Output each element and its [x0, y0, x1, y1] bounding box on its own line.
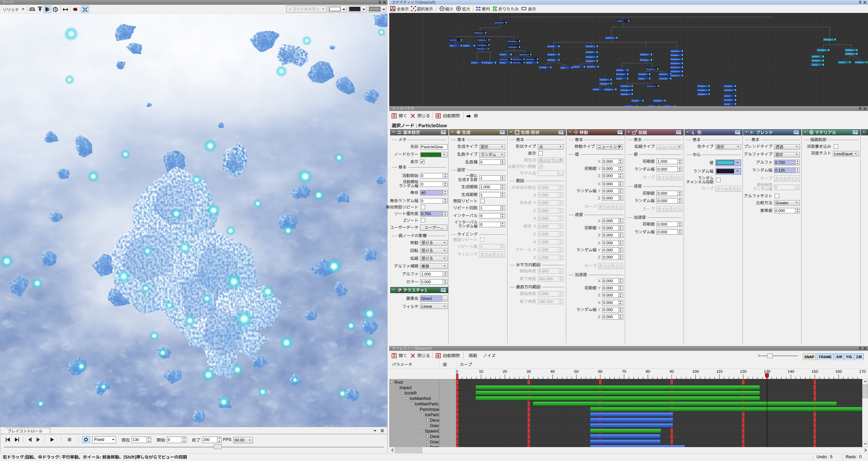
svg-text:RotationSpe: RotationSpe	[671, 58, 680, 60]
svg-text:IceParts1: IceParts1	[616, 69, 624, 71]
svg-text:IceFogSpaw: IceFogSpaw	[698, 89, 707, 91]
svg-text:Gravity: Gravity	[430, 440, 439, 444]
svg-text:FogSpawnC: FogSpawnC	[478, 39, 487, 41]
svg-text:RotationAll: RotationAll	[671, 54, 679, 56]
svg-text:IceCoreA: IceCoreA	[548, 45, 555, 47]
svg-text:PartSpawnF: PartSpawnF	[698, 85, 707, 87]
svg-text:FogSpawnN: FogSpawnN	[846, 53, 855, 55]
svg-text:IceMainCor: IceMainCor	[548, 54, 556, 56]
svg-text:IcePartsMov: IcePartsMov	[724, 89, 734, 91]
svg-text:SpawnCount: SpawnCount	[519, 54, 529, 56]
svg-text:FogSpawnC: FogSpawnC	[600, 79, 609, 81]
svg-text:ParticleMai: ParticleMai	[659, 78, 668, 80]
svg-text:IceMovemen: IceMovemen	[474, 32, 484, 34]
svg-text:IceFog: IceFog	[593, 89, 598, 91]
svg-text:SpawnRotat: SpawnRotat	[495, 22, 504, 24]
svg-text:IceParts1: IceParts1	[425, 412, 439, 417]
svg-text:GreenFogSp: GreenFogSp	[621, 85, 631, 87]
svg-text:IceParts2: IceParts2	[812, 56, 819, 58]
svg-text:FogSpawnN: FogSpawnN	[621, 93, 630, 95]
svg-text:AuraNull: AuraNull	[450, 39, 456, 41]
svg-text:Gravity: Gravity	[500, 62, 505, 64]
svg-text:MovementR: MovementR	[671, 71, 680, 73]
svg-text:IcicleR: IcicleR	[405, 391, 417, 396]
svg-text:FogSpawnC: FogSpawnC	[846, 49, 855, 51]
svg-text:Gravity: Gravity	[616, 78, 622, 80]
svg-text:Gravity: Gravity	[724, 103, 730, 105]
svg-text:IceCoreFog: IceCoreFog	[586, 45, 595, 47]
svg-text:IceFogGlow: IceFogGlow	[855, 61, 865, 63]
svg-text:IceMainCor: IceMainCor	[586, 51, 595, 53]
svg-text:PartsImpact: PartsImpact	[420, 407, 439, 412]
svg-text:IceParts: IceParts	[500, 54, 506, 56]
svg-text:Glow: Glow	[561, 67, 565, 69]
svg-text:IceFogGlow: IceFogGlow	[587, 66, 596, 68]
svg-text:RotationRan: RotationRan	[671, 62, 680, 64]
svg-text:FogSpawnN: FogSpawnN	[600, 83, 609, 85]
svg-text:SpawnCoun: SpawnCoun	[646, 68, 655, 70]
svg-text:Root: Root	[394, 380, 403, 385]
svg-text:AuraNull2: AuraNull2	[632, 100, 639, 102]
svg-text:Decelera: Decelera	[430, 418, 439, 423]
svg-text:IceFogGlow: IceFogGlow	[605, 89, 614, 91]
svg-text:FogSpawnC: FogSpawnC	[586, 56, 595, 58]
svg-text:ParticleMai: ParticleMai	[513, 62, 521, 64]
svg-text:IceFogSpaw: IceFogSpaw	[621, 89, 630, 91]
svg-text:FogSpawnN: FogSpawnN	[654, 100, 663, 102]
svg-text:IceFog: IceFog	[839, 61, 844, 63]
svg-text:Deceleratio: Deceleratio	[638, 73, 647, 75]
svg-text:Deceleratio: Deceleratio	[616, 73, 625, 75]
svg-text:Deceleratio: Deceleratio	[724, 99, 733, 101]
svg-text:Aura: Aura	[450, 45, 454, 47]
svg-text:Gravity: Gravity	[812, 64, 817, 66]
svg-text:MovementA: MovementA	[671, 66, 680, 69]
svg-text:IcePartsNull: IcePartsNull	[671, 50, 680, 52]
svg-text:IceFog: IceFog	[471, 62, 477, 64]
svg-text:IceFogGlow: IceFogGlow	[484, 62, 493, 64]
svg-text:PartsImpact: PartsImpact	[640, 59, 649, 61]
svg-text:SpawnCoun: SpawnCoun	[647, 85, 656, 87]
svg-text:ParticleGlo: ParticleGlo	[659, 73, 668, 75]
svg-text:ParticleGlow: ParticleGlow	[513, 58, 522, 60]
svg-text:FogSpawnN: FogSpawnN	[586, 60, 595, 62]
svg-text:IcicleGlow: IcicleGlow	[548, 59, 555, 61]
svg-text:SpawnCour: SpawnCour	[425, 429, 439, 434]
svg-text:Deceleratio: Deceleratio	[812, 60, 821, 62]
svg-text:Gravity: Gravity	[430, 423, 439, 428]
svg-text:Impact: Impact	[399, 385, 412, 390]
svg-text:Gravity: Gravity	[638, 78, 644, 80]
svg-text:IcicleR: IcicleR	[617, 20, 623, 22]
svg-text:PartsSpawn: PartsSpawn	[724, 85, 733, 87]
svg-text:FogSpawnN: FogSpawnN	[698, 93, 707, 95]
svg-text:Decelera: Decelera	[430, 434, 439, 439]
svg-text:IcePartsMov: IcePartsMov	[508, 46, 518, 48]
svg-text:IceMainNull: IceMainNull	[410, 396, 431, 401]
svg-text:PartsSpawn: PartsSpawn	[824, 39, 833, 41]
svg-text:IceFog1: IceFog1	[573, 66, 579, 68]
svg-text:IceMainNull: IceMainNull	[606, 37, 614, 39]
svg-text:Gravity: Gravity	[526, 62, 532, 64]
svg-text:IcicleMain: IcicleMain	[539, 66, 547, 69]
svg-text:PartsSpawn: PartsSpawn	[817, 49, 827, 51]
svg-text:FogSpawnN: FogSpawnN	[477, 48, 486, 50]
svg-text:IceMain: IceMain	[463, 45, 469, 47]
svg-text:MovementS: MovementS	[671, 75, 680, 77]
svg-text:IceMainParts: IceMainParts	[415, 402, 438, 406]
svg-text:IceParts: IceParts	[724, 95, 731, 97]
svg-text:IceMainPart: IceMainPart	[640, 54, 649, 56]
svg-text:IceFogLocat: IceFogLocat	[478, 44, 487, 46]
svg-text:Deceleratio: Deceleratio	[526, 58, 535, 60]
svg-text:Deceleratio: Deceleratio	[500, 58, 509, 60]
svg-text:PartsSpawn: PartsSpawn	[508, 40, 517, 42]
